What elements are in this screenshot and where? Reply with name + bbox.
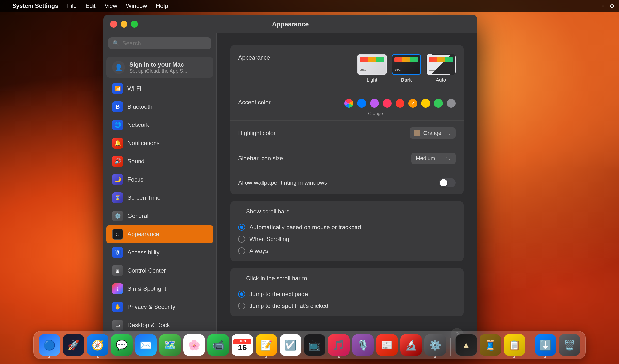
scroll-scrolling-radio[interactable] [238, 236, 245, 243]
menubar-app-name[interactable]: System Settings [12, 2, 58, 9]
sidebar-icon-size-dropdown[interactable]: Medium ⌃⌄ [411, 153, 456, 164]
sidebar-item-appearance[interactable]: ◎ Appearance [106, 225, 213, 243]
dock-item-notes[interactable]: 📝 [256, 334, 277, 356]
accent-color-row: Accent color [230, 92, 464, 121]
control-strip-icon[interactable]: ≡ [602, 3, 605, 9]
appearance-option-auto[interactable]: ●●● Auto [426, 54, 456, 83]
sidebar-item-general[interactable]: ⚙️ General [106, 207, 213, 225]
minimize-button[interactable] [121, 21, 127, 28]
accent-yellow[interactable] [421, 99, 430, 108]
scroll-always-option[interactable]: Always [238, 247, 456, 254]
search-container: 🔍 [103, 33, 216, 53]
dock-item-reminders[interactable]: ☑️ [280, 334, 301, 356]
accent-multicolor[interactable] [344, 99, 353, 108]
sidebar-item-privacy[interactable]: ✋ Privacy & Security [106, 298, 213, 316]
maximize-button[interactable] [131, 21, 138, 28]
accent-red[interactable] [396, 99, 404, 108]
dock-item-music[interactable]: 🎵 [328, 334, 350, 356]
wallpaper-tinting-toggle[interactable] [439, 178, 456, 187]
sidebar-item-profile[interactable]: 👤 Sign in to your Mac Set up iCloud, the… [106, 57, 213, 78]
sidebar-item-sound[interactable]: 🔊 Sound [106, 152, 213, 170]
privacy-icon: ✋ [112, 302, 123, 312]
sidebar-item-focus[interactable]: 🌙 Focus [106, 171, 213, 188]
dock-item-maps[interactable]: 🗺️ [159, 334, 181, 356]
click-next-page-radio[interactable] [238, 291, 245, 298]
dock-item-mail[interactable]: ✉️ [135, 334, 157, 356]
click-spot-radio[interactable] [238, 303, 245, 309]
scroll-when-scrolling-option[interactable]: When Scrolling [238, 236, 456, 243]
appearance-option-light[interactable]: ●●● Light [357, 54, 387, 83]
dock-item-facetime[interactable]: 📹 [207, 334, 229, 356]
dock-item-safari[interactable]: 🧭 [87, 334, 108, 356]
dock-item-news[interactable]: 📰 [376, 334, 398, 356]
sidebar-item-controlcenter[interactable]: ▦ Control Center [106, 262, 213, 279]
dock-item-altool[interactable]: ▲ [455, 334, 477, 356]
dock-item-downloads[interactable]: ⬇️ [535, 334, 556, 356]
accent-pink[interactable] [383, 99, 392, 108]
dock-item-photos[interactable]: 🌸 [183, 334, 205, 356]
scroll-always-radio[interactable] [238, 247, 245, 254]
profile-subtitle: Set up iCloud, the App S... [129, 68, 187, 74]
sidebar-item-siri[interactable]: ◎ Siri & Spotlight [106, 280, 213, 298]
sidebar-item-wifi[interactable]: 📶 Wi-Fi [106, 80, 213, 97]
dock-item-tapestry[interactable]: 🧵 [480, 334, 501, 356]
search-box[interactable]: 🔍 [108, 37, 211, 49]
menubar-window[interactable]: Window [126, 2, 147, 9]
dock-divider-1 [450, 338, 451, 356]
dock-dot-finder [48, 356, 50, 358]
spotlight-icon[interactable]: ⊙ [610, 3, 614, 9]
sidebar-label-siri: Siri & Spotlight [127, 285, 166, 292]
sidebar-icon-size-control[interactable]: Medium ⌃⌄ [411, 153, 456, 164]
dock-item-reminders2[interactable]: 📋 [504, 334, 525, 356]
sidebar-label-sound: Sound [127, 158, 144, 165]
click-spot-label: Jump to the spot that's clicked [249, 303, 328, 309]
dock-item-instruments[interactable]: 🔬 [400, 334, 422, 356]
accent-purple[interactable] [370, 99, 379, 108]
accent-green[interactable] [434, 99, 443, 108]
focus-icon: 🌙 [112, 174, 123, 185]
dock-item-messages[interactable]: 💬 [111, 334, 133, 356]
traffic-lights [110, 21, 138, 28]
search-input[interactable] [122, 40, 207, 47]
sidebar-item-accessibility[interactable]: ♿ Accessibility [106, 243, 213, 261]
menubar-file[interactable]: File [67, 2, 77, 9]
sidebar-icon-size-label: Sidebar icon size [238, 155, 411, 162]
click-next-page-option[interactable]: Jump to the next page [238, 291, 456, 298]
sidebar-label-desktop: Desktop & Dock [127, 322, 170, 329]
dock-item-podcasts[interactable]: 🎙️ [352, 334, 374, 356]
click-spot-option[interactable]: Jump to the spot that's clicked [238, 303, 456, 309]
menubar-help[interactable]: Help [156, 2, 168, 9]
accent-orange[interactable] [408, 99, 417, 108]
sidebar-item-network[interactable]: 🌐 Network [106, 116, 213, 134]
menubar-edit[interactable]: Edit [85, 2, 95, 9]
scroll-auto-option[interactable]: Automatically based on mouse or trackpad [238, 224, 456, 231]
accent-graphite[interactable] [447, 99, 456, 108]
dock-item-appletv[interactable]: 📺 [304, 334, 325, 356]
general-icon: ⚙️ [112, 211, 123, 221]
scroll-auto-radio[interactable] [238, 224, 245, 231]
sidebar: 🔍 👤 Sign in to your Mac Set up iCloud, t… [103, 33, 217, 349]
highlight-color-control[interactable]: Orange ⌃⌄ [410, 127, 456, 139]
sidebar-item-notifications[interactable]: 🔔 Notifications [106, 134, 213, 152]
menubar-view[interactable]: View [105, 2, 117, 9]
sidebar-label-accessibility: Accessibility [127, 249, 160, 256]
highlight-color-dropdown[interactable]: Orange ⌃⌄ [410, 127, 456, 139]
highlight-color-label: Highlight color [238, 130, 410, 136]
accent-colors-control: Orange [344, 99, 456, 116]
sidebar-label-wifi: Wi-Fi [127, 85, 141, 92]
sidebar-item-screentime[interactable]: ⌛ Screen Time [106, 189, 213, 207]
dock-item-launchpad[interactable]: 🚀 [63, 334, 84, 356]
dock-item-trash[interactable]: 🗑️ [559, 334, 580, 356]
appearance-option-dark[interactable]: ●●● Dark [392, 54, 421, 83]
close-button[interactable] [110, 21, 117, 28]
scroll-bars-radio-group: Automatically based on mouse or trackpad… [230, 217, 464, 261]
sidebar-item-bluetooth[interactable]: B Bluetooth [106, 98, 213, 116]
highlight-value: Orange [423, 130, 441, 136]
dock-item-systemsettings[interactable]: ⚙️ [424, 334, 446, 356]
appearance-thumb-auto: ●●● [426, 54, 456, 75]
accent-blue[interactable] [357, 99, 366, 108]
dock-dot-music [338, 356, 340, 358]
dock-item-finder[interactable]: 🔵 [39, 334, 60, 356]
dock-item-calendar[interactable]: JUN 16 [232, 334, 253, 356]
sidebar-label-controlcenter: Control Center [127, 267, 166, 274]
